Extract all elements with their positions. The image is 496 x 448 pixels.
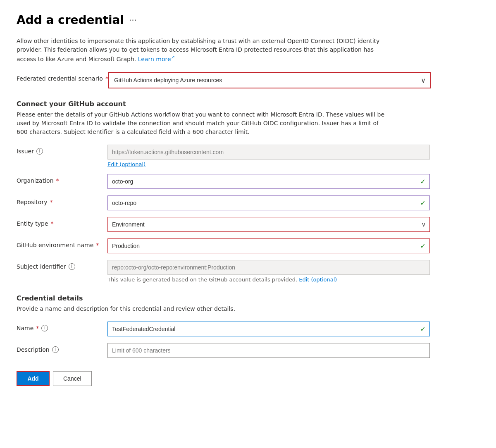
subject-identifier-row: Subject identifier i This value is gener… <box>17 260 479 283</box>
subject-identifier-control: This value is generated based on the Git… <box>107 260 430 283</box>
entity-type-row: Entity type * Environment Branch Tag Pul… <box>17 217 479 232</box>
cancel-button[interactable]: Cancel <box>53 371 92 386</box>
organization-row: Organization * ✓ <box>17 174 479 189</box>
description-control <box>107 343 430 358</box>
scenario-row: Federated credential scenario * GitHub A… <box>17 72 479 88</box>
github-env-name-row: GitHub environment name * ✓ <box>17 238 479 253</box>
repository-required-star: * <box>50 199 52 205</box>
repository-check-icon: ✓ <box>420 199 426 207</box>
add-button[interactable]: Add <box>17 371 50 386</box>
organization-required-star: * <box>56 177 59 184</box>
page-title-row: Add a credential ··· <box>17 13 479 27</box>
description-row: Description i <box>17 343 479 358</box>
name-label: Name * i <box>17 322 107 331</box>
subject-identifier-edit-link[interactable]: Edit (optional) <box>299 276 337 283</box>
page-title: Add a credential <box>17 13 124 27</box>
connect-section-description: Please enter the details of your GitHub … <box>17 110 389 136</box>
scenario-label: Federated credential scenario * <box>17 72 108 82</box>
subject-identifier-input <box>107 260 430 275</box>
credential-details-description: Provide a name and description for this … <box>17 305 389 313</box>
repository-row: Repository * ✓ <box>17 195 479 210</box>
github-env-name-required-star: * <box>96 242 99 248</box>
description-info-icon[interactable]: i <box>52 346 59 353</box>
name-info-icon[interactable]: i <box>41 325 48 331</box>
scenario-dropdown-wrapper: GitHub Actions deploying Azure resources… <box>108 72 431 88</box>
entity-type-dropdown-wrapper: Environment Branch Tag Pull request ∨ <box>107 217 430 232</box>
scenario-control: GitHub Actions deploying Azure resources… <box>108 72 431 88</box>
repository-label: Repository * <box>17 195 107 205</box>
repository-input-wrapper: ✓ <box>107 195 430 210</box>
issuer-input <box>107 145 430 160</box>
scenario-select[interactable]: GitHub Actions deploying Azure resources… <box>108 72 431 88</box>
subject-identifier-info-icon[interactable]: i <box>69 263 75 270</box>
issuer-label: Issuer i <box>17 145 107 155</box>
button-row: Add Cancel <box>17 371 479 386</box>
name-required-star: * <box>36 325 39 331</box>
repository-control: ✓ <box>107 195 430 210</box>
connect-section-heading: Connect your GitHub account <box>17 100 479 108</box>
description-label: Description i <box>17 343 107 353</box>
github-env-name-label: GitHub environment name * <box>17 238 107 248</box>
entity-type-label: Entity type * <box>17 217 107 227</box>
name-row: Name * i ✓ <box>17 322 479 336</box>
github-env-name-input-wrapper: ✓ <box>107 238 430 253</box>
subject-identifier-note: This value is generated based on the Git… <box>107 276 430 283</box>
issuer-control: Edit (optional) <box>107 145 430 167</box>
issuer-info-icon[interactable]: i <box>36 148 43 155</box>
organization-input-wrapper: ✓ <box>107 174 430 189</box>
entity-type-select[interactable]: Environment Branch Tag Pull request <box>107 217 430 232</box>
entity-type-required-star: * <box>51 220 54 227</box>
github-env-name-check-icon: ✓ <box>420 242 426 250</box>
credential-details-section: Credential details Provide a name and de… <box>17 294 479 358</box>
name-input-wrapper: ✓ <box>107 322 430 336</box>
subject-identifier-label: Subject identifier i <box>17 260 107 270</box>
connect-section: Connect your GitHub account Please enter… <box>17 100 479 283</box>
issuer-row: Issuer i Edit (optional) <box>17 145 479 167</box>
entity-type-control: Environment Branch Tag Pull request ∨ <box>107 217 430 232</box>
more-options-icon[interactable]: ··· <box>129 15 137 25</box>
name-input[interactable] <box>107 322 430 336</box>
external-link-icon: ↗ <box>171 55 175 60</box>
name-control: ✓ <box>107 322 430 336</box>
github-env-name-input[interactable] <box>107 238 430 253</box>
github-env-name-control: ✓ <box>107 238 430 253</box>
intro-description: Allow other identities to impersonate th… <box>17 37 389 64</box>
scenario-required-star: * <box>105 75 108 82</box>
organization-label: Organization * <box>17 174 107 184</box>
name-check-icon: ✓ <box>420 325 426 333</box>
organization-input[interactable] <box>107 174 430 189</box>
issuer-edit-link[interactable]: Edit (optional) <box>107 161 145 167</box>
description-input[interactable] <box>107 343 430 358</box>
intro-text: Allow other identities to impersonate th… <box>17 38 379 62</box>
organization-check-icon: ✓ <box>420 177 426 185</box>
credential-details-heading: Credential details <box>17 294 479 302</box>
organization-control: ✓ <box>107 174 430 189</box>
learn-more-link[interactable]: Learn more↗ <box>138 56 175 62</box>
repository-input[interactable] <box>107 195 430 210</box>
